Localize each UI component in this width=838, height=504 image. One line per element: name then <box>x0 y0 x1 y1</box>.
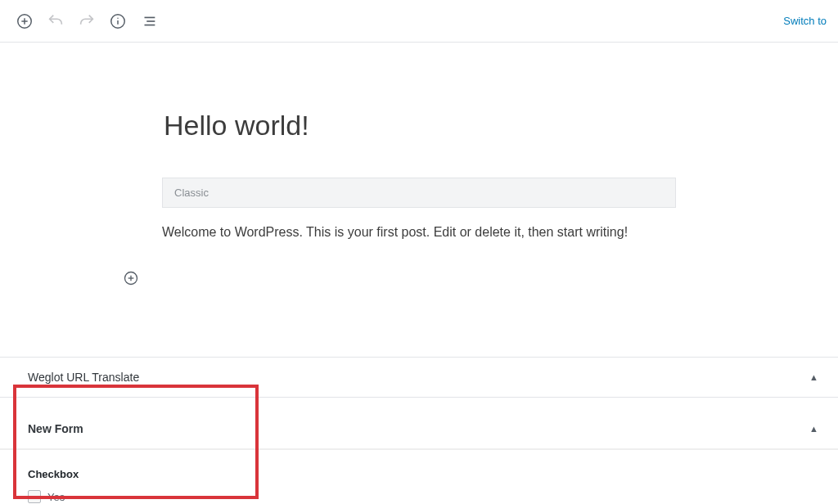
undo-button[interactable] <box>43 8 69 34</box>
panel-newform-title: New Form <box>28 422 83 435</box>
add-block-button[interactable] <box>11 8 38 34</box>
post-body[interactable]: Welcome to WordPress. This is your first… <box>162 223 676 242</box>
top-toolbar: Switch to <box>0 0 838 43</box>
checkbox-option-label: Yes <box>47 491 65 503</box>
checkbox-field-label: Checkbox <box>28 468 818 480</box>
caret-up-icon: ▲ <box>809 372 818 382</box>
add-block-inline-button[interactable] <box>119 267 142 290</box>
info-button[interactable] <box>105 8 131 34</box>
switch-to-link[interactable]: Switch to <box>783 15 827 27</box>
panel-weglot: Weglot URL Translate ▲ <box>0 357 838 398</box>
checkbox-input[interactable] <box>28 490 41 503</box>
panel-weglot-title: Weglot URL Translate <box>28 371 139 384</box>
plus-circle-icon <box>16 12 34 30</box>
panel-newform-body: Checkbox Yes <box>0 449 838 504</box>
caret-up-icon: ▲ <box>809 424 818 434</box>
plus-circle-icon <box>123 270 139 286</box>
outline-button[interactable] <box>136 8 162 34</box>
panel-newform-header[interactable]: New Form ▲ <box>0 409 838 449</box>
panel-newform: New Form ▲ Checkbox Yes <box>0 409 838 504</box>
editor-inner: Hello world! Classic Welcome to WordPres… <box>162 110 676 242</box>
editor-area: Hello world! Classic Welcome to WordPres… <box>0 43 838 267</box>
redo-button[interactable] <box>74 8 100 34</box>
redo-icon <box>78 12 96 30</box>
undo-icon <box>47 12 65 30</box>
post-title[interactable]: Hello world! <box>162 110 676 142</box>
list-icon <box>140 12 158 30</box>
meta-panels: Weglot URL Translate ▲ New Form ▲ Checkb… <box>0 357 838 504</box>
classic-block-header[interactable]: Classic <box>162 178 676 208</box>
svg-point-5 <box>117 17 118 18</box>
panel-weglot-header[interactable]: Weglot URL Translate ▲ <box>0 358 838 397</box>
toolbar-left-group <box>11 8 162 34</box>
checkbox-row: Yes <box>28 490 818 503</box>
info-icon <box>109 12 127 30</box>
